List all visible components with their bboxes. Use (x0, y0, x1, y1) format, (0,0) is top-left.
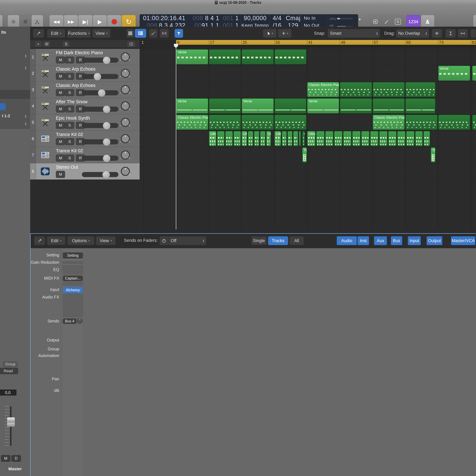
region[interactable]: Ultrabeat (209, 131, 217, 146)
ruler-bar-number[interactable]: 73 (438, 40, 444, 45)
updown-arrows-icon[interactable]: ▴▾ (25, 114, 26, 118)
automation-button[interactable] (149, 29, 157, 38)
region[interactable] (405, 115, 438, 130)
volume-thumb[interactable] (103, 154, 110, 162)
mixer-filter-input[interactable]: Input (408, 236, 421, 245)
inspector-mute-button[interactable]: M (1, 455, 11, 462)
ruler-bar-number[interactable]: 41 (307, 40, 313, 45)
mute-button[interactable]: M (56, 73, 65, 80)
arrange-area[interactable]: 19172533414957657381VerseVerseClassic El… (140, 40, 476, 232)
region[interactable] (415, 131, 423, 146)
ruler-bar-number[interactable]: 57 (373, 40, 378, 45)
master-solo-button[interactable]: S (63, 41, 70, 47)
region[interactable] (373, 98, 405, 114)
solo-button[interactable]: S (65, 73, 74, 80)
region[interactable] (316, 131, 325, 146)
region[interactable]: Classic Electric Piano (373, 115, 405, 130)
region[interactable]: • (302, 131, 305, 146)
region[interactable] (340, 82, 372, 97)
grid-view-button[interactable] (126, 29, 134, 38)
mute-button[interactable]: M (56, 154, 65, 162)
solo-button[interactable]: S (65, 122, 74, 129)
inspector-group-button[interactable]: Group (3, 361, 18, 367)
volume-slider[interactable] (82, 156, 118, 161)
send-knob[interactable] (77, 318, 83, 324)
mute-button[interactable]: M (56, 89, 65, 96)
region[interactable]: Verse (307, 98, 339, 114)
pan-knob[interactable] (121, 167, 130, 176)
region[interactable]: Verse (176, 98, 208, 114)
cycle-range-band[interactable] (176, 40, 476, 45)
region[interactable]: Classic Electric Piano (307, 82, 339, 97)
updown-arrows-icon[interactable]: ▴▾ (25, 54, 26, 58)
region[interactable] (343, 131, 352, 146)
track-header-1[interactable]: 1FM Dark Electric PianoMSRLR (30, 49, 140, 65)
setting-button[interactable]: Setting (63, 253, 83, 258)
ruler-bar-number[interactable]: 25 (241, 40, 247, 45)
volume-thumb[interactable] (103, 138, 110, 146)
track-header-options-dropdown[interactable] (127, 41, 136, 47)
ruler-bar-number[interactable]: 81 (471, 40, 476, 45)
mixer-filter-bus[interactable]: Bus (391, 236, 402, 245)
volume-slider[interactable] (82, 107, 118, 112)
catch-playhead-button[interactable] (174, 29, 183, 38)
pan-knob[interactable] (121, 52, 130, 62)
volume-slider[interactable] (82, 139, 118, 144)
inspector-automation-button[interactable]: Read (0, 368, 18, 374)
mixer-menu-view[interactable]: View▾ (96, 236, 116, 245)
input-slot[interactable]: Alchemy (63, 287, 83, 293)
region[interactable] (406, 131, 415, 146)
pointer-tool-dropdown[interactable]: ▾ (263, 29, 276, 38)
volume-thumb[interactable] (103, 122, 110, 130)
mixer-mode-all[interactable]: All (289, 236, 304, 245)
sends-on-faders-dropdown[interactable]: Off▴▾ (168, 236, 206, 245)
pan-knob[interactable] (121, 102, 130, 111)
region[interactable] (299, 131, 301, 146)
mute-button[interactable]: M (56, 56, 65, 64)
mixer-filter-master-vca[interactable]: Master/VCA (451, 236, 475, 245)
region[interactable]: Tra (431, 147, 436, 163)
region[interactable] (352, 131, 361, 146)
volume-thumb[interactable] (103, 105, 110, 113)
mixer-menu-options[interactable]: Options▾ (68, 236, 94, 245)
region[interactable]: Verse (438, 66, 470, 81)
region[interactable] (217, 131, 225, 146)
track-header-7[interactable]: 7Trance Kit 02MSRLR (30, 147, 140, 163)
mixer-mode-tracks[interactable]: Tracks (268, 236, 288, 245)
midi-fx-slot[interactable]: Captain... (63, 276, 83, 281)
region[interactable] (248, 131, 253, 146)
region[interactable] (379, 131, 388, 146)
menu-edit[interactable]: Edit▾ (47, 29, 65, 38)
solo-button[interactable]: S (65, 105, 74, 113)
region[interactable]: Ultrabeat (307, 131, 316, 146)
vertical-zoom-button[interactable] (445, 29, 456, 38)
pan-knob[interactable] (121, 69, 130, 78)
list-view-button[interactable] (135, 29, 146, 38)
track-header-5[interactable]: 5Epic Hook SynthMSRLR (30, 114, 140, 131)
audio-fx-empty-slot[interactable] (63, 294, 83, 317)
solo-button[interactable]: S (65, 56, 74, 64)
solo-button[interactable]: S (65, 154, 74, 162)
menubar-clipped-button[interactable] (470, 29, 476, 38)
region[interactable]: Tra (302, 147, 307, 163)
volume-slider[interactable] (82, 90, 118, 95)
snap-dropdown[interactable]: Smart▴▾ (328, 29, 380, 38)
region[interactable] (260, 131, 266, 146)
region[interactable] (209, 49, 241, 65)
ruler-bar-number[interactable]: 33 (274, 40, 280, 45)
mute-button[interactable]: M (56, 105, 65, 113)
mixer-back-button[interactable] (34, 236, 45, 245)
mute-button[interactable]: M (56, 171, 65, 178)
sends-power-button[interactable] (159, 236, 168, 245)
duplicate-track-button[interactable] (43, 41, 51, 47)
menu-view[interactable]: View▾ (92, 29, 111, 38)
region[interactable] (254, 131, 260, 146)
solo-button[interactable]: S (65, 138, 74, 145)
region[interactable] (472, 115, 476, 130)
region[interactable] (397, 131, 406, 146)
region[interactable] (209, 115, 241, 130)
mixer-filter-output[interactable]: Output (426, 236, 442, 245)
region[interactable]: Ult (266, 131, 271, 146)
drag-dropdown[interactable]: No Overlap▴▾ (396, 29, 429, 38)
region[interactable] (472, 66, 476, 81)
